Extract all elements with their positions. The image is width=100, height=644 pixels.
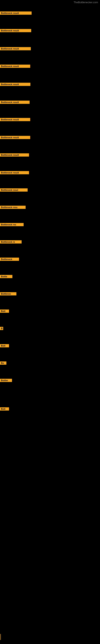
bottleneck-badge-19: Bott xyxy=(0,344,9,347)
bottleneck-badge-16: Bottlenec xyxy=(0,292,16,296)
bottleneck-badge-9: Bottleneck result xyxy=(0,171,29,174)
bottleneck-badge-18: B xyxy=(0,327,3,330)
bottom-line-indicator xyxy=(0,634,1,640)
bottleneck-badge-4: Bottleneck result xyxy=(0,83,30,86)
bottleneck-badge-2: Bottleneck result xyxy=(0,47,31,50)
bottleneck-badge-0: Bottleneck result xyxy=(0,12,32,15)
bottleneck-badge-22: Bott xyxy=(0,407,9,410)
bottleneck-badge-8: Bottleneck result xyxy=(0,153,29,156)
bottleneck-badge-3: Bottleneck result xyxy=(0,64,30,68)
bottleneck-badge-21: Bottler xyxy=(0,379,12,382)
bottleneck-badge-10: Bottleneck resul xyxy=(0,188,28,192)
bottleneck-badge-7: Bottleneck result xyxy=(0,136,30,139)
bottleneck-badge-6: Bottleneck result xyxy=(0,118,30,121)
bottleneck-badge-17: Bott xyxy=(0,310,9,313)
bottleneck-badge-11: Bottleneck resu xyxy=(0,206,26,209)
bottleneck-badge-12: Bottleneck res xyxy=(0,223,24,226)
bottleneck-badge-15: Bottle xyxy=(0,275,12,278)
bottleneck-badge-14: Bottleneck xyxy=(0,258,19,261)
bottleneck-badge-1: Bottleneck result xyxy=(0,29,31,32)
bottleneck-badge-13: Bottleneck re xyxy=(0,240,22,244)
bottleneck-badge-5: Bottleneck result xyxy=(0,100,30,104)
site-title: TheBottlenecker.com xyxy=(74,1,98,4)
bottleneck-badge-20: Bo xyxy=(0,362,6,365)
